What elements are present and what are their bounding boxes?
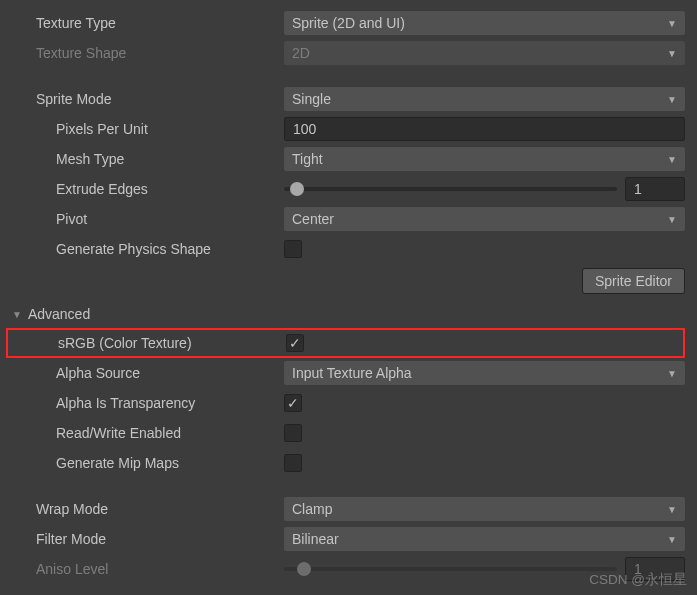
chevron-down-icon: ▼ [667, 504, 677, 515]
chevron-down-icon: ▼ [667, 368, 677, 379]
read-write-enabled-label: Read/Write Enabled [8, 425, 280, 441]
aniso-level-label: Aniso Level [8, 561, 280, 577]
sprite-mode-value: Single [292, 91, 331, 107]
chevron-down-icon: ▼ [667, 94, 677, 105]
slider-knob[interactable] [290, 182, 304, 196]
generate-mip-maps-checkbox[interactable] [284, 454, 302, 472]
pivot-value: Center [292, 211, 334, 227]
advanced-foldout[interactable]: ▼ Advanced [8, 300, 685, 328]
chevron-down-icon: ▼ [667, 214, 677, 225]
filter-mode-dropdown[interactable]: Bilinear ▼ [284, 527, 685, 551]
generate-mip-maps-label: Generate Mip Maps [8, 455, 280, 471]
generate-physics-shape-checkbox[interactable] [284, 240, 302, 258]
aniso-level-value: 1 [634, 561, 642, 577]
alpha-is-transparency-checkbox[interactable]: ✓ [284, 394, 302, 412]
extrude-edges-value: 1 [634, 181, 642, 197]
texture-type-value: Sprite (2D and UI) [292, 15, 405, 31]
alpha-is-transparency-label: Alpha Is Transparency [8, 395, 280, 411]
wrap-mode-label: Wrap Mode [8, 501, 280, 517]
chevron-down-icon: ▼ [667, 18, 677, 29]
alpha-source-label: Alpha Source [8, 365, 280, 381]
pivot-dropdown[interactable]: Center ▼ [284, 207, 685, 231]
wrap-mode-value: Clamp [292, 501, 332, 517]
wrap-mode-dropdown[interactable]: Clamp ▼ [284, 497, 685, 521]
checkmark-icon: ✓ [287, 395, 299, 411]
srgb-label: sRGB (Color Texture) [10, 335, 282, 351]
texture-shape-value: 2D [292, 45, 310, 61]
alpha-source-dropdown[interactable]: Input Texture Alpha ▼ [284, 361, 685, 385]
alpha-source-value: Input Texture Alpha [292, 365, 412, 381]
advanced-label: Advanced [28, 306, 90, 322]
mesh-type-label: Mesh Type [8, 151, 280, 167]
pixels-per-unit-label: Pixels Per Unit [8, 121, 280, 137]
extrude-edges-label: Extrude Edges [8, 181, 280, 197]
slider-knob [297, 562, 311, 576]
filter-mode-label: Filter Mode [8, 531, 280, 547]
chevron-down-icon: ▼ [667, 154, 677, 165]
chevron-down-icon: ▼ [667, 534, 677, 545]
read-write-enabled-checkbox[interactable] [284, 424, 302, 442]
mesh-type-dropdown[interactable]: Tight ▼ [284, 147, 685, 171]
texture-type-dropdown[interactable]: Sprite (2D and UI) ▼ [284, 11, 685, 35]
pixels-per-unit-input[interactable]: 100 [284, 117, 685, 141]
aniso-level-input: 1 [625, 557, 685, 581]
sprite-mode-label: Sprite Mode [8, 91, 280, 107]
caret-down-icon: ▼ [12, 309, 22, 320]
texture-shape-dropdown: 2D ▼ [284, 41, 685, 65]
texture-shape-label: Texture Shape [8, 45, 280, 61]
chevron-down-icon: ▼ [667, 48, 677, 59]
sprite-mode-dropdown[interactable]: Single ▼ [284, 87, 685, 111]
srgb-checkbox[interactable]: ✓ [286, 334, 304, 352]
extrude-edges-slider[interactable] [284, 187, 617, 191]
extrude-edges-input[interactable]: 1 [625, 177, 685, 201]
pixels-per-unit-value: 100 [293, 121, 316, 137]
pivot-label: Pivot [8, 211, 280, 227]
mesh-type-value: Tight [292, 151, 323, 167]
sprite-editor-label: Sprite Editor [595, 273, 672, 289]
generate-physics-shape-label: Generate Physics Shape [8, 241, 280, 257]
filter-mode-value: Bilinear [292, 531, 339, 547]
aniso-level-slider [284, 567, 617, 571]
sprite-editor-button[interactable]: Sprite Editor [582, 268, 685, 294]
checkmark-icon: ✓ [289, 335, 301, 351]
texture-type-label: Texture Type [8, 15, 280, 31]
